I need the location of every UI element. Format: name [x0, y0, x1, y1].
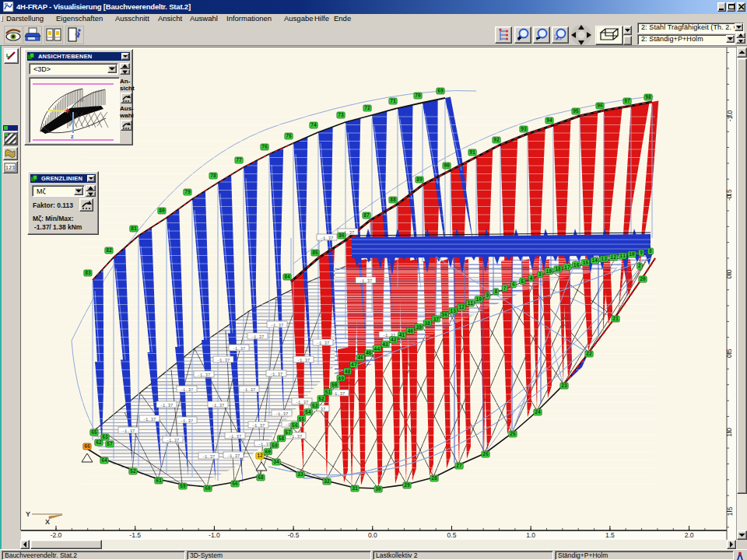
svg-text:71: 71: [390, 99, 396, 104]
svg-text:-1.37: -1.37: [296, 400, 309, 405]
svg-text:-1.37: -1.37: [258, 442, 272, 447]
svg-text:88: 88: [390, 198, 396, 203]
svg-text:32: 32: [324, 479, 330, 485]
svg-text:59: 59: [272, 443, 278, 449]
svg-text:42: 42: [391, 338, 397, 343]
svg-text:60: 60: [205, 486, 211, 492]
svg-text:2: 2: [638, 264, 641, 269]
svg-text:1.5: 1.5: [605, 531, 615, 539]
svg-text:-1.37: -1.37: [143, 417, 156, 422]
svg-text:83: 83: [85, 271, 91, 276]
svg-text:76: 76: [261, 145, 268, 150]
svg-text:73: 73: [338, 113, 344, 118]
svg-text:82: 82: [106, 248, 112, 254]
svg-text:-0.5: -0.5: [288, 531, 300, 539]
svg-text:10: 10: [629, 252, 635, 257]
svg-text:40: 40: [407, 329, 413, 334]
svg-text:44: 44: [374, 347, 381, 352]
svg-text:12: 12: [458, 305, 465, 310]
svg-text:-1.37: -1.37: [233, 346, 246, 352]
svg-text:14: 14: [591, 258, 598, 264]
svg-text:3: 3: [538, 272, 542, 278]
svg-text:39: 39: [416, 325, 422, 331]
svg-text:52: 52: [130, 469, 136, 474]
svg-text:13: 13: [601, 257, 607, 262]
svg-text:24: 24: [535, 410, 541, 415]
svg-text:-1.37: -1.37: [217, 358, 230, 363]
svg-text:28: 28: [431, 476, 437, 481]
svg-text:46: 46: [357, 355, 363, 361]
svg-text:53: 53: [312, 404, 318, 409]
svg-text:11: 11: [619, 254, 626, 259]
svg-text:38: 38: [424, 321, 430, 327]
svg-text:-1.37: -1.37: [122, 429, 135, 434]
svg-text:-1.37: -1.37: [270, 372, 283, 377]
svg-text:21: 21: [612, 317, 619, 322]
svg-text:9: 9: [640, 250, 643, 256]
svg-text:43: 43: [382, 342, 388, 348]
svg-text:97: 97: [624, 99, 630, 104]
svg-text:27: 27: [456, 464, 462, 469]
svg-text:31: 31: [352, 486, 358, 492]
svg-text:33: 33: [297, 472, 303, 478]
svg-text:-1.37: -1.37: [321, 236, 334, 241]
svg-text:66: 66: [84, 444, 90, 450]
svg-text:15: 15: [583, 261, 589, 266]
svg-text:25: 25: [510, 432, 516, 437]
svg-text:59: 59: [180, 484, 186, 489]
svg-text:80: 80: [159, 208, 165, 214]
svg-text:17: 17: [564, 265, 570, 271]
svg-text:78: 78: [210, 173, 216, 179]
svg-text:77: 77: [236, 158, 242, 163]
svg-text:-1.37: -1.37: [229, 434, 242, 439]
svg-text:45: 45: [366, 351, 372, 356]
svg-text:1.0: 1.0: [526, 531, 535, 539]
svg-text:-1.37: -1.37: [160, 403, 174, 408]
svg-text:Y: Y: [26, 510, 30, 518]
svg-text:94: 94: [546, 118, 552, 124]
svg-text:86: 86: [338, 233, 345, 239]
svg-text:57: 57: [107, 442, 113, 447]
svg-text:98: 98: [645, 95, 651, 100]
svg-text:-1.37: -1.37: [271, 323, 284, 328]
svg-text:65: 65: [91, 430, 97, 436]
svg-text:64: 64: [101, 458, 107, 464]
svg-text:52: 52: [318, 397, 324, 402]
svg-text:84: 84: [284, 275, 290, 280]
svg-text:51: 51: [325, 390, 331, 395]
svg-text:123: 123: [5, 165, 16, 171]
svg-text:6: 6: [512, 282, 515, 288]
svg-text:56: 56: [232, 481, 238, 487]
svg-text:41: 41: [399, 333, 405, 338]
svg-text:30: 30: [375, 487, 381, 492]
svg-text:72: 72: [364, 106, 370, 111]
svg-text:90: 90: [444, 163, 450, 169]
svg-text:89: 89: [416, 177, 423, 183]
svg-text:92: 92: [493, 138, 500, 143]
svg-text:-1.37: -1.37: [212, 403, 225, 408]
svg-text:-1.37: -1.37: [317, 341, 330, 346]
svg-text:58: 58: [279, 436, 285, 442]
svg-text:50: 50: [331, 383, 338, 388]
svg-text:11: 11: [467, 301, 473, 306]
svg-text:75: 75: [286, 134, 292, 139]
svg-text:-1.37: -1.37: [297, 358, 310, 363]
svg-text:8: 8: [649, 249, 652, 254]
svg-text:5: 5: [521, 279, 524, 285]
svg-text:-1.37: -1.37: [198, 373, 211, 378]
svg-text:8: 8: [495, 289, 498, 295]
svg-text:-1.37: -1.37: [359, 278, 373, 284]
svg-text:-1.5: -1.5: [129, 531, 141, 539]
svg-text:0.5: 0.5: [447, 531, 457, 539]
svg-text:4: 4: [530, 276, 533, 282]
svg-text:10: 10: [476, 297, 482, 303]
svg-text:70: 70: [415, 93, 421, 99]
svg-text:60: 60: [265, 450, 271, 455]
svg-text:-1.0: -1.0: [209, 531, 220, 539]
svg-text:16: 16: [573, 263, 580, 268]
svg-text:-1.37: -1.37: [167, 438, 180, 443]
svg-text:-1.37: -1.37: [181, 418, 194, 424]
svg-text:68: 68: [258, 475, 264, 481]
svg-text:X: X: [45, 518, 50, 526]
svg-text:-1.37: -1.37: [275, 411, 289, 417]
